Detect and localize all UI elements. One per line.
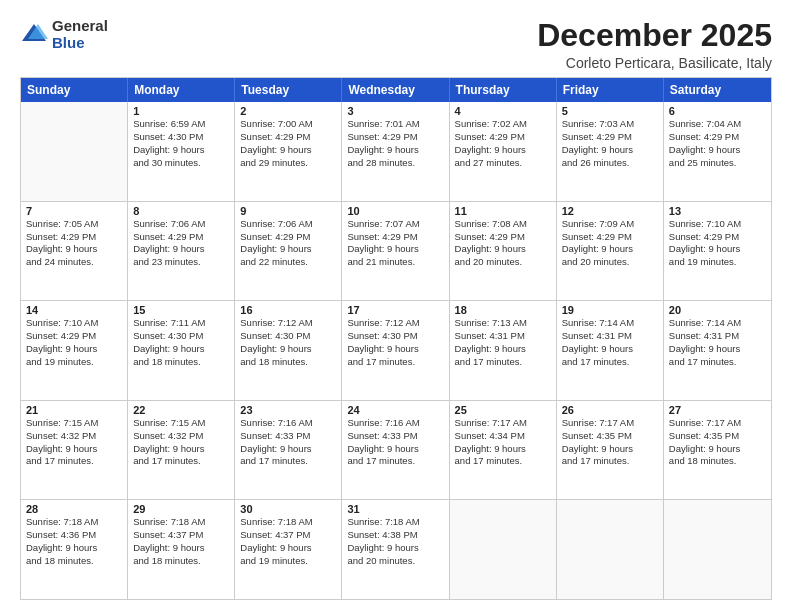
day-info-line: Sunset: 4:30 PM [347, 330, 443, 343]
day-info-line: Sunrise: 7:17 AM [562, 417, 658, 430]
day-number: 3 [347, 105, 443, 117]
calendar-day-9: 9Sunrise: 7:06 AMSunset: 4:29 PMDaylight… [235, 202, 342, 301]
day-info-line: Daylight: 9 hours [26, 443, 122, 456]
day-info-line: and 17 minutes. [455, 455, 551, 468]
calendar-day-13: 13Sunrise: 7:10 AMSunset: 4:29 PMDayligh… [664, 202, 771, 301]
day-info-line: Sunset: 4:36 PM [26, 529, 122, 542]
day-info-line: Sunset: 4:31 PM [455, 330, 551, 343]
calendar-week-1: 1Sunrise: 6:59 AMSunset: 4:30 PMDaylight… [21, 102, 771, 201]
calendar-day-26: 26Sunrise: 7:17 AMSunset: 4:35 PMDayligh… [557, 401, 664, 500]
calendar-day-27: 27Sunrise: 7:17 AMSunset: 4:35 PMDayligh… [664, 401, 771, 500]
day-info-line: Sunrise: 7:17 AM [669, 417, 766, 430]
day-info-line: and 22 minutes. [240, 256, 336, 269]
day-info-line: Sunset: 4:29 PM [669, 231, 766, 244]
day-info-line: Daylight: 9 hours [133, 243, 229, 256]
day-info-line: Sunset: 4:37 PM [240, 529, 336, 542]
day-number: 30 [240, 503, 336, 515]
day-info-line: Sunrise: 7:14 AM [562, 317, 658, 330]
calendar-day-30: 30Sunrise: 7:18 AMSunset: 4:37 PMDayligh… [235, 500, 342, 599]
day-info-line: Sunset: 4:29 PM [455, 231, 551, 244]
day-info-line: Sunset: 4:29 PM [133, 231, 229, 244]
title-block: December 2025 Corleto Perticara, Basilic… [537, 18, 772, 71]
calendar-day-17: 17Sunrise: 7:12 AMSunset: 4:30 PMDayligh… [342, 301, 449, 400]
calendar-empty-cell [557, 500, 664, 599]
day-info-line: and 18 minutes. [133, 555, 229, 568]
calendar: SundayMondayTuesdayWednesdayThursdayFrid… [20, 77, 772, 600]
day-info-line: Sunset: 4:29 PM [562, 231, 658, 244]
calendar-day-14: 14Sunrise: 7:10 AMSunset: 4:29 PMDayligh… [21, 301, 128, 400]
day-info-line: Daylight: 9 hours [669, 343, 766, 356]
day-info-line: Sunset: 4:29 PM [347, 231, 443, 244]
day-info-line: and 23 minutes. [133, 256, 229, 269]
calendar-empty-cell [21, 102, 128, 201]
header-day-tuesday: Tuesday [235, 78, 342, 102]
page: General Blue December 2025 Corleto Perti… [0, 0, 792, 612]
day-number: 15 [133, 304, 229, 316]
day-info-line: Daylight: 9 hours [347, 243, 443, 256]
day-info-line: Sunrise: 7:05 AM [26, 218, 122, 231]
day-info-line: and 18 minutes. [133, 356, 229, 369]
day-info-line: Daylight: 9 hours [26, 243, 122, 256]
day-number: 12 [562, 205, 658, 217]
day-info-line: Sunset: 4:38 PM [347, 529, 443, 542]
day-number: 14 [26, 304, 122, 316]
day-number: 24 [347, 404, 443, 416]
day-info-line: Sunset: 4:29 PM [26, 330, 122, 343]
day-info-line: Sunrise: 7:16 AM [240, 417, 336, 430]
calendar-week-4: 21Sunrise: 7:15 AMSunset: 4:32 PMDayligh… [21, 400, 771, 500]
calendar-day-24: 24Sunrise: 7:16 AMSunset: 4:33 PMDayligh… [342, 401, 449, 500]
calendar-day-15: 15Sunrise: 7:11 AMSunset: 4:30 PMDayligh… [128, 301, 235, 400]
day-number: 2 [240, 105, 336, 117]
day-info-line: Sunrise: 7:08 AM [455, 218, 551, 231]
calendar-day-19: 19Sunrise: 7:14 AMSunset: 4:31 PMDayligh… [557, 301, 664, 400]
day-info-line: Daylight: 9 hours [240, 144, 336, 157]
day-info-line: Daylight: 9 hours [669, 243, 766, 256]
day-number: 16 [240, 304, 336, 316]
day-info-line: Sunset: 4:29 PM [455, 131, 551, 144]
calendar-day-28: 28Sunrise: 7:18 AMSunset: 4:36 PMDayligh… [21, 500, 128, 599]
header-day-thursday: Thursday [450, 78, 557, 102]
day-info-line: Daylight: 9 hours [562, 144, 658, 157]
calendar-body: 1Sunrise: 6:59 AMSunset: 4:30 PMDaylight… [21, 102, 771, 599]
day-number: 25 [455, 404, 551, 416]
day-info-line: Sunrise: 7:11 AM [133, 317, 229, 330]
calendar-day-6: 6Sunrise: 7:04 AMSunset: 4:29 PMDaylight… [664, 102, 771, 201]
day-info-line: and 17 minutes. [455, 356, 551, 369]
day-number: 28 [26, 503, 122, 515]
day-info-line: and 17 minutes. [562, 455, 658, 468]
calendar-empty-cell [664, 500, 771, 599]
day-info-line: Daylight: 9 hours [133, 542, 229, 555]
calendar-day-16: 16Sunrise: 7:12 AMSunset: 4:30 PMDayligh… [235, 301, 342, 400]
day-number: 21 [26, 404, 122, 416]
day-info-line: Sunrise: 7:01 AM [347, 118, 443, 131]
day-info-line: Sunset: 4:31 PM [669, 330, 766, 343]
day-info-line: Daylight: 9 hours [347, 144, 443, 157]
day-info-line: and 19 minutes. [669, 256, 766, 269]
day-number: 1 [133, 105, 229, 117]
day-info-line: Sunrise: 7:18 AM [133, 516, 229, 529]
day-info-line: Sunrise: 7:10 AM [669, 218, 766, 231]
logo-text: General Blue [52, 18, 108, 51]
day-info-line: Daylight: 9 hours [455, 443, 551, 456]
calendar-week-3: 14Sunrise: 7:10 AMSunset: 4:29 PMDayligh… [21, 300, 771, 400]
day-info-line: Daylight: 9 hours [562, 443, 658, 456]
day-info-line: Sunset: 4:29 PM [562, 131, 658, 144]
calendar-week-2: 7Sunrise: 7:05 AMSunset: 4:29 PMDaylight… [21, 201, 771, 301]
day-number: 19 [562, 304, 658, 316]
day-info-line: Daylight: 9 hours [133, 144, 229, 157]
day-info-line: Daylight: 9 hours [133, 343, 229, 356]
day-info-line: Sunset: 4:29 PM [669, 131, 766, 144]
day-info-line: Daylight: 9 hours [347, 443, 443, 456]
day-info-line: Sunrise: 7:18 AM [240, 516, 336, 529]
month-title: December 2025 [537, 18, 772, 53]
logo: General Blue [20, 18, 108, 51]
day-number: 9 [240, 205, 336, 217]
day-info-line: and 30 minutes. [133, 157, 229, 170]
calendar-day-31: 31Sunrise: 7:18 AMSunset: 4:38 PMDayligh… [342, 500, 449, 599]
calendar-day-4: 4Sunrise: 7:02 AMSunset: 4:29 PMDaylight… [450, 102, 557, 201]
day-info-line: Sunrise: 7:12 AM [240, 317, 336, 330]
calendar-day-21: 21Sunrise: 7:15 AMSunset: 4:32 PMDayligh… [21, 401, 128, 500]
day-info-line: Sunrise: 7:13 AM [455, 317, 551, 330]
day-info-line: and 20 minutes. [455, 256, 551, 269]
calendar-day-12: 12Sunrise: 7:09 AMSunset: 4:29 PMDayligh… [557, 202, 664, 301]
